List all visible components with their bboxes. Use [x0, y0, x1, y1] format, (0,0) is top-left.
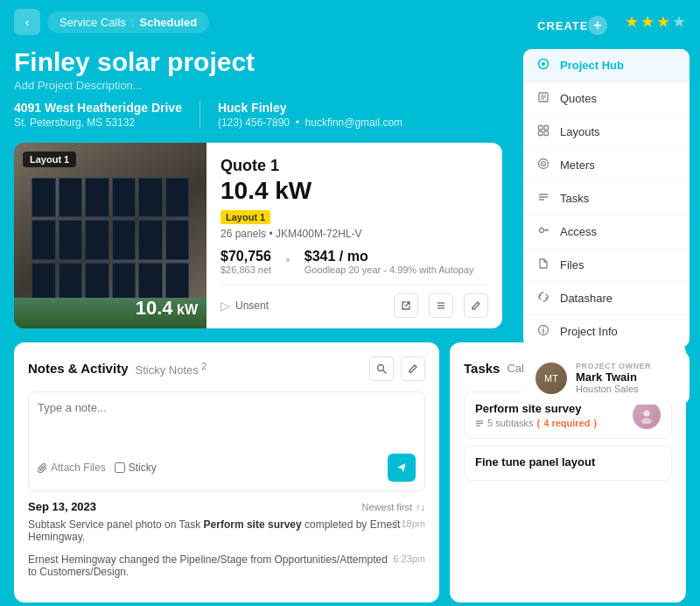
svg-point-1: [542, 62, 545, 66]
sidebar-item-project-hub[interactable]: Project Hub: [523, 49, 690, 82]
sidebar-item-meters[interactable]: Meters: [523, 149, 690, 182]
activity-date: Sep 13, 2023 Newest first ↑↓: [28, 500, 425, 513]
edit-notes-icon[interactable]: [401, 356, 425, 381]
breadcrumb: Service Calls : Scheduled: [47, 11, 209, 33]
sidebar-item-label: Files: [560, 258, 584, 271]
project-header: Finley solar project Add Project Descrip…: [0, 44, 516, 143]
layout-tag: Layout 1: [220, 210, 270, 224]
svg-line-24: [383, 370, 386, 373]
external-link-icon[interactable]: [394, 293, 418, 318]
sticky-checkbox[interactable]: Sticky: [115, 462, 157, 474]
notes-header-icons: [369, 356, 425, 381]
list-icon[interactable]: [429, 293, 453, 318]
layouts-icon: [536, 124, 551, 139]
back-button[interactable]: ‹: [14, 9, 40, 35]
project-owner-block: MT PROJECT OWNER Mark Twain Houston Sale…: [523, 351, 690, 405]
project-hub-icon: [536, 58, 551, 73]
svg-point-28: [644, 411, 650, 417]
files-icon: [536, 257, 551, 272]
net-price: $26,863 net: [220, 264, 271, 275]
note-input[interactable]: [38, 401, 416, 445]
quote-actions: ▷ Unsent: [220, 284, 488, 318]
sidebar-item-label: Project Info: [560, 325, 618, 338]
owner-dept: Houston Sales: [576, 384, 651, 394]
sidebar-item-label: Meters: [560, 159, 595, 172]
sidebar-item-layouts[interactable]: Layouts: [523, 116, 690, 149]
sidebar-item-access[interactable]: Access: [523, 215, 690, 249]
task-required-1: (: [537, 418, 541, 428]
contact-block: Huck Finley (123) 456-7890 • huckfinn@gm…: [200, 101, 402, 129]
notes-header: Notes & Activity Sticky Notes 2: [28, 356, 425, 381]
sidebar-item-files[interactable]: Files: [523, 249, 690, 282]
project-meta: 4091 West Heatheridge Drive St. Petersbu…: [14, 101, 502, 129]
left-col: Layout 1 10.4 kW Quote 1 10.4 kW Layout …: [14, 143, 502, 328]
layout-kw-label: 10.4 kW: [136, 297, 198, 320]
sidebar-item-project-info[interactable]: Project Info: [523, 315, 690, 348]
attach-files-label[interactable]: Attach Files: [38, 462, 106, 474]
activity-entry-2: Ernest Hemingway changed the Pipeline/St…: [28, 553, 425, 578]
quote-kw: 10.4 kW: [220, 177, 488, 205]
quote-card: Layout 1 10.4 kW Quote 1 10.4 kW Layout …: [14, 143, 502, 328]
task-avatar-1: [633, 401, 661, 429]
breadcrumb-separator: :: [131, 16, 135, 29]
financing-info: Goodleap 20 year - 4.99% with Autopay: [304, 264, 474, 275]
address-line2: St. Petersburg, MS 53132: [14, 116, 182, 129]
send-note-button[interactable]: [388, 454, 416, 482]
svg-point-23: [378, 365, 384, 371]
unsent-badge: ▷ Unsent: [220, 299, 269, 313]
action-icons: [394, 293, 488, 318]
owner-name: Mark Twain: [576, 370, 651, 384]
task-subtasks-1: 5 subtasks ( 4 required ): [475, 418, 597, 428]
quote-info: Quote 1 10.4 kW Layout 1 26 panels • JKM…: [206, 143, 502, 328]
owner-label: PROJECT OWNER: [576, 362, 651, 370]
quotes-icon: [536, 91, 551, 106]
datashare-icon: [536, 291, 551, 306]
entry2-time: 6:23pm: [393, 553, 425, 564]
newest-label[interactable]: Newest first ↑↓: [362, 502, 425, 512]
tasks-icon: [536, 191, 551, 206]
unsent-icon: ▷: [220, 299, 230, 313]
svg-rect-6: [539, 126, 543, 130]
svg-rect-9: [544, 131, 549, 136]
svg-point-19: [542, 327, 543, 328]
monthly-price: $341 / mo: [304, 249, 474, 264]
project-info-icon: [536, 324, 551, 339]
breadcrumb-active[interactable]: Scheduled: [139, 16, 197, 29]
note-input-footer: Attach Files Sticky: [38, 454, 416, 482]
sidebar-item-tasks[interactable]: Tasks: [523, 182, 690, 215]
unsent-label: Unsent: [235, 299, 269, 312]
meters-icon: [536, 158, 551, 173]
create-button[interactable]: CREATE +: [523, 5, 621, 46]
top-bar-left: ‹ Service Calls : Scheduled: [14, 9, 209, 35]
address-line1: 4091 West Heatheridge Drive: [14, 101, 182, 115]
search-notes-icon[interactable]: [369, 356, 394, 381]
solar-panels: [32, 178, 189, 302]
layout-image: Layout 1 10.4 kW: [14, 143, 206, 328]
address-block: 4091 West Heatheridge Drive St. Petersbu…: [14, 101, 182, 129]
pricing-row: $70,756 $26,863 net • $341 / mo Goodleap…: [220, 249, 488, 275]
sidebar-item-label: Access: [560, 225, 597, 238]
add-description[interactable]: Add Project Description...: [14, 79, 502, 92]
owner-avatar: MT: [536, 363, 567, 394]
main-price: $70,756: [220, 249, 271, 264]
panels-info: 26 panels • JKM400M-72HL-V: [220, 228, 488, 240]
note-input-left: Attach Files Sticky: [38, 462, 157, 474]
sidebar-item-label: Tasks: [560, 192, 589, 205]
main-content: Layout 1 10.4 kW Quote 1 10.4 kW Layout …: [0, 143, 516, 342]
sidebar-item-datashare[interactable]: Datashare: [523, 282, 690, 315]
entry1-time: 7:18pm: [393, 518, 425, 529]
sidebar-item-label: Datashare: [560, 292, 612, 305]
sticky-notes-label: Sticky Notes 2: [135, 361, 206, 377]
notes-title-row: Notes & Activity Sticky Notes 2: [28, 361, 206, 377]
quote-title: Quote 1: [220, 157, 488, 175]
task-item-2[interactable]: Fine tune panel layout: [464, 446, 672, 481]
price-separator: •: [285, 252, 290, 268]
svg-rect-8: [539, 131, 543, 136]
layout-badge: Layout 1: [23, 152, 76, 167]
edit-icon[interactable]: [464, 293, 488, 318]
owner-info: PROJECT OWNER Mark Twain Houston Sales: [576, 362, 651, 394]
sidebar-item-quotes[interactable]: Quotes: [523, 82, 690, 116]
sticky-checkbox-input[interactable]: [115, 462, 125, 473]
breadcrumb-main[interactable]: Service Calls: [60, 16, 126, 29]
access-icon: [536, 224, 551, 239]
